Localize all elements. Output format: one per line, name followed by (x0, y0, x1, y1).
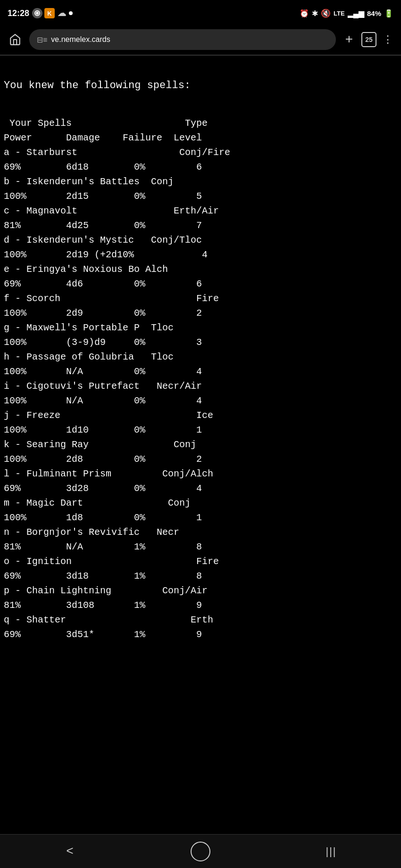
battery-icon: 🔋 (384, 9, 393, 18)
add-tab-button[interactable]: + (341, 31, 358, 48)
status-bar: 12:28 K ☁ ⏰ ✱ 🔇 LTE ▂▄▆ 84% (0, 0, 401, 25)
spells-table: Your Spells Type Power Damage Failure Le… (4, 116, 397, 642)
tab-count: 25 (365, 36, 373, 43)
notification-icon: K (44, 8, 55, 18)
dot-indicator (69, 11, 73, 15)
browser-bar: ⊟≡ ve.nemelex.cards + 25 ⋮ (0, 25, 401, 55)
lte-label: LTE (334, 10, 345, 17)
mute-icon: 🔇 (321, 8, 331, 18)
status-icons: K ☁ (32, 8, 73, 18)
tabs-icon: ⊟≡ (37, 35, 47, 44)
home-icon (9, 33, 21, 46)
alarm-icon: ⏰ (300, 9, 309, 18)
bluetooth-icon: ✱ (312, 9, 318, 18)
url-bar[interactable]: ⊟≡ ve.nemelex.cards (29, 29, 336, 50)
cloud-icon: ☁ (57, 8, 67, 18)
header-row: Your Spells Type Power Damage Failure Le… (4, 118, 230, 640)
bottom-nav: < ||| (0, 834, 401, 868)
svg-point-1 (36, 12, 38, 14)
signal-icon: ▂▄▆ (348, 9, 364, 18)
browser-actions: + 25 ⋮ (341, 31, 395, 48)
home-nav-button[interactable] (191, 842, 210, 861)
back-button[interactable]: < (51, 840, 89, 863)
recent-apps-button[interactable]: ||| (312, 840, 350, 863)
menu-button[interactable]: ⋮ (380, 32, 395, 47)
intro-text: You knew the following spells: (4, 78, 397, 94)
record-icon (32, 8, 42, 18)
url-text: ve.nemelex.cards (51, 35, 110, 44)
intro-line: You knew the following spells: (4, 80, 191, 91)
tab-count-button[interactable]: 25 (361, 32, 376, 47)
status-right: ⏰ ✱ 🔇 LTE ▂▄▆ 84% 🔋 (300, 8, 393, 18)
status-left: 12:28 K ☁ (8, 8, 73, 18)
main-content: You knew the following spells: Your Spel… (0, 56, 401, 664)
home-button[interactable] (6, 30, 25, 49)
battery-percent[interactable]: 84% (367, 9, 381, 17)
time-display: 12:28 (8, 8, 29, 18)
